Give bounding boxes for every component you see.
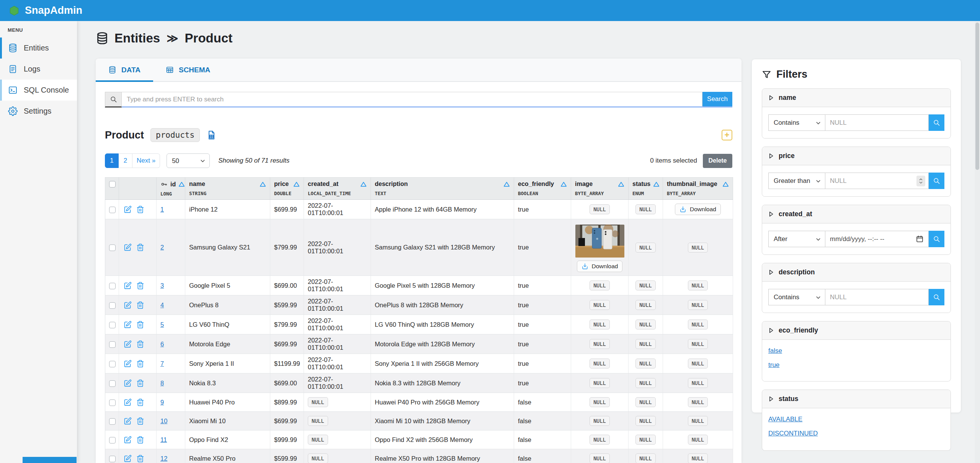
number-stepper[interactable] — [916, 176, 925, 186]
edit-row-icon[interactable] — [123, 205, 132, 214]
filter-option-false[interactable]: false — [768, 347, 944, 355]
page-size-select[interactable]: 50 — [167, 153, 210, 168]
row-checkbox[interactable] — [109, 302, 116, 309]
sort-icon[interactable] — [503, 181, 510, 187]
delete-row-icon[interactable] — [136, 281, 145, 290]
column-header-id[interactable]: id LONG — [157, 178, 185, 200]
column-header-description[interactable]: description TEXT — [371, 178, 514, 200]
column-header-price[interactable]: price DOUBLE — [270, 178, 304, 200]
row-checkbox[interactable] — [109, 322, 116, 328]
tab-schema[interactable]: SCHEMA — [153, 59, 223, 81]
sidebar-item-sql-console[interactable]: SQL Console — [0, 80, 77, 101]
row-checkbox[interactable] — [109, 437, 116, 443]
sort-icon[interactable] — [293, 181, 300, 187]
product-image-thumbnail[interactable] — [575, 225, 624, 258]
calendar-icon[interactable] — [916, 235, 924, 243]
row-id-link[interactable]: 8 — [160, 380, 164, 386]
row-id-link[interactable]: 11 — [160, 436, 167, 443]
export-csv-icon[interactable] — [206, 130, 216, 140]
edit-row-icon[interactable] — [123, 359, 132, 368]
tab-data[interactable]: DATA — [96, 59, 153, 81]
brand[interactable]: SnapAdmin — [8, 5, 82, 16]
breadcrumb-parent[interactable]: Entities — [114, 31, 160, 46]
filter-datetime-input[interactable]: mm/dd/yyyy, --:-- -- — [825, 231, 929, 247]
edit-row-icon[interactable] — [123, 398, 132, 407]
delete-row-icon[interactable] — [136, 320, 145, 329]
filter-operator-select[interactable]: Contains — [768, 114, 825, 131]
edit-row-icon[interactable] — [123, 416, 132, 426]
delete-row-icon[interactable] — [136, 243, 145, 252]
filter-header-eco-friendly[interactable]: eco_friendly — [762, 321, 951, 340]
edit-row-icon[interactable] — [123, 243, 132, 252]
row-id-link[interactable]: 2 — [160, 244, 164, 251]
delete-row-icon[interactable] — [136, 398, 145, 407]
row-checkbox[interactable] — [109, 418, 116, 425]
edit-row-icon[interactable] — [123, 378, 132, 388]
filter-option-available[interactable]: AVAILABLE — [768, 416, 944, 423]
scrollbar-thumb[interactable] — [975, 23, 979, 170]
filter-value-input[interactable] — [825, 173, 929, 189]
filter-operator-select[interactable]: Greater than — [768, 173, 825, 189]
delete-row-icon[interactable] — [136, 300, 145, 310]
sort-icon[interactable] — [618, 181, 624, 187]
next-page-button[interactable]: Next » — [132, 153, 160, 168]
column-header-thumbnail-image[interactable]: thumbnail_image BYTE_ARRAY — [663, 178, 733, 200]
delete-button[interactable]: Delete — [703, 154, 732, 168]
row-checkbox[interactable] — [109, 456, 116, 462]
add-record-button[interactable]: + — [722, 130, 732, 140]
edit-row-icon[interactable] — [123, 281, 132, 290]
filter-search-button[interactable] — [929, 289, 944, 305]
row-id-link[interactable]: 3 — [160, 282, 164, 289]
row-id-link[interactable]: 4 — [160, 302, 164, 308]
filter-header-status[interactable]: status — [762, 390, 951, 408]
filter-header-price[interactable]: price — [762, 147, 951, 165]
row-id-link[interactable]: 5 — [160, 321, 164, 328]
row-id-link[interactable]: 6 — [160, 341, 164, 347]
column-header-created-at[interactable]: created_at LOCAL_DATE_TIME — [304, 178, 371, 200]
row-id-link[interactable]: 1 — [160, 206, 164, 213]
delete-row-icon[interactable] — [136, 339, 145, 349]
column-header-eco-friendly[interactable]: eco_friendly BOOLEAN — [514, 178, 571, 200]
row-checkbox[interactable] — [109, 380, 116, 387]
sort-icon[interactable] — [260, 181, 266, 187]
search-input[interactable] — [122, 92, 702, 108]
sort-icon[interactable] — [653, 181, 660, 187]
sidebar-item-entities[interactable]: Entities — [0, 37, 77, 59]
select-all-checkbox[interactable] — [109, 181, 116, 187]
column-header-status[interactable]: status ENUM — [629, 178, 663, 200]
filter-header-created-at[interactable]: created_at — [762, 205, 951, 223]
row-checkbox[interactable] — [109, 399, 116, 406]
delete-row-icon[interactable] — [136, 435, 145, 444]
page-button-1[interactable]: 1 — [105, 153, 119, 168]
row-id-link[interactable]: 10 — [160, 417, 167, 424]
row-id-link[interactable]: 9 — [160, 399, 164, 406]
download-button[interactable]: Download — [675, 204, 721, 215]
column-header-name[interactable]: name STRING — [185, 178, 270, 200]
delete-row-icon[interactable] — [136, 359, 145, 368]
filter-option-discontinued[interactable]: DISCONTINUED — [768, 430, 944, 437]
edit-row-icon[interactable] — [123, 454, 132, 463]
row-checkbox[interactable] — [109, 245, 116, 251]
filter-value-input[interactable] — [825, 114, 929, 131]
edit-row-icon[interactable] — [123, 435, 132, 444]
sort-icon[interactable] — [560, 181, 567, 187]
delete-row-icon[interactable] — [136, 454, 145, 463]
edit-row-icon[interactable] — [123, 300, 132, 310]
sidebar-item-logs[interactable]: Logs — [0, 59, 77, 80]
edit-row-icon[interactable] — [123, 320, 132, 329]
filter-value-input[interactable] — [825, 289, 929, 305]
row-id-link[interactable]: 7 — [160, 360, 164, 367]
filter-operator-select[interactable]: Contains — [768, 289, 825, 305]
delete-row-icon[interactable] — [136, 205, 145, 214]
delete-row-icon[interactable] — [136, 378, 145, 388]
filter-search-button[interactable] — [929, 114, 944, 131]
row-id-link[interactable]: 12 — [160, 455, 167, 462]
delete-row-icon[interactable] — [136, 416, 145, 426]
row-checkbox[interactable] — [109, 207, 116, 213]
column-header-image[interactable]: image BYTE_ARRAY — [571, 178, 629, 200]
download-button[interactable]: Download — [577, 261, 623, 272]
filter-search-button[interactable] — [929, 231, 944, 247]
row-checkbox[interactable] — [109, 361, 116, 367]
sidebar-item-settings[interactable]: Settings — [0, 101, 77, 122]
filter-header-name[interactable]: name — [762, 89, 951, 107]
